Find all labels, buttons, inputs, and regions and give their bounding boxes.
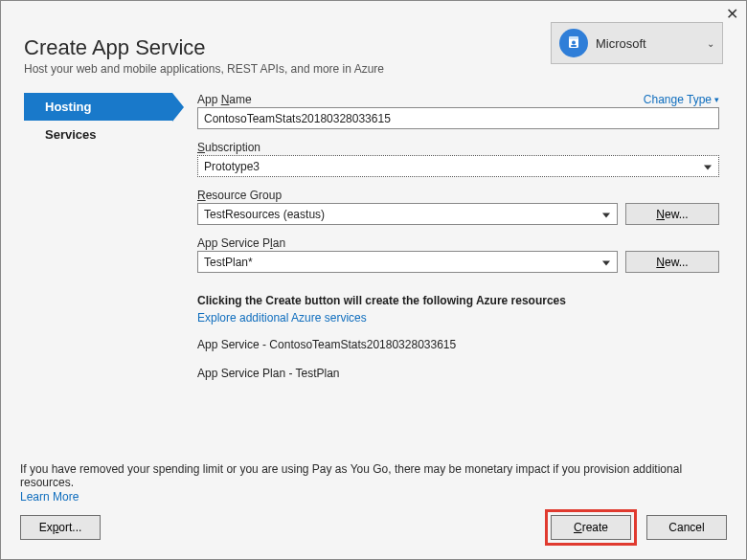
learn-more-link[interactable]: Learn More (20, 490, 79, 504)
resource-group-label: Resource Group (197, 189, 282, 202)
resource-group-select[interactable]: TestResources (eastus) (197, 203, 618, 225)
account-label: Microsoft (596, 36, 699, 51)
summary-title: Clicking the Create button will create t… (197, 294, 719, 307)
cancel-button[interactable]: Cancel (646, 515, 727, 540)
app-service-plan-new-button[interactable]: New... (625, 251, 719, 273)
app-service-plan-select[interactable]: TestPlan* (197, 251, 618, 273)
svg-rect-3 (571, 45, 577, 47)
title-block: Create App Service Host your web and mob… (24, 18, 551, 76)
sidebar-item-label: Services (45, 127, 97, 142)
chevron-down-icon: ⌄ (707, 38, 714, 49)
chevron-down-icon: ▾ (714, 95, 719, 104)
svg-point-2 (572, 41, 576, 45)
sidebar-item-hosting[interactable]: Hosting (24, 93, 172, 121)
account-dropdown[interactable]: Microsoft ⌄ (551, 22, 723, 64)
sidebar-item-label: Hosting (45, 100, 91, 114)
create-button[interactable]: Create (551, 515, 631, 540)
subscription-select[interactable]: Prototype3 (197, 155, 719, 177)
summary-line: App Service - ContosoTeamStats2018032803… (197, 338, 719, 351)
app-name-label: App Name (197, 93, 252, 106)
summary-line: App Service Plan - TestPlan (197, 367, 719, 380)
change-type-link[interactable]: Change Type▾ (644, 93, 719, 106)
bottom-bar: If you have removed your spending limit … (1, 453, 746, 559)
page-subtitle: Host your web and mobile applications, R… (24, 62, 551, 76)
app-service-plan-label: App Service Plan (197, 236, 285, 250)
resource-group-new-button[interactable]: New... (625, 203, 719, 225)
app-name-input[interactable] (197, 107, 719, 129)
sidebar: Hosting Services (24, 93, 172, 395)
page-title: Create App Service (24, 35, 551, 60)
export-button[interactable]: Export... (20, 515, 101, 540)
main-panel: App Name Change Type▾ Subscription Proto… (190, 93, 723, 395)
explore-services-link[interactable]: Explore additional Azure services (197, 311, 367, 325)
spending-note: If you have removed your spending limit … (20, 462, 727, 489)
svg-rect-1 (569, 36, 578, 39)
subscription-label: Subscription (197, 141, 260, 154)
account-badge-icon (559, 29, 588, 57)
create-highlight: Create (545, 509, 637, 546)
sidebar-item-services[interactable]: Services (24, 121, 172, 148)
